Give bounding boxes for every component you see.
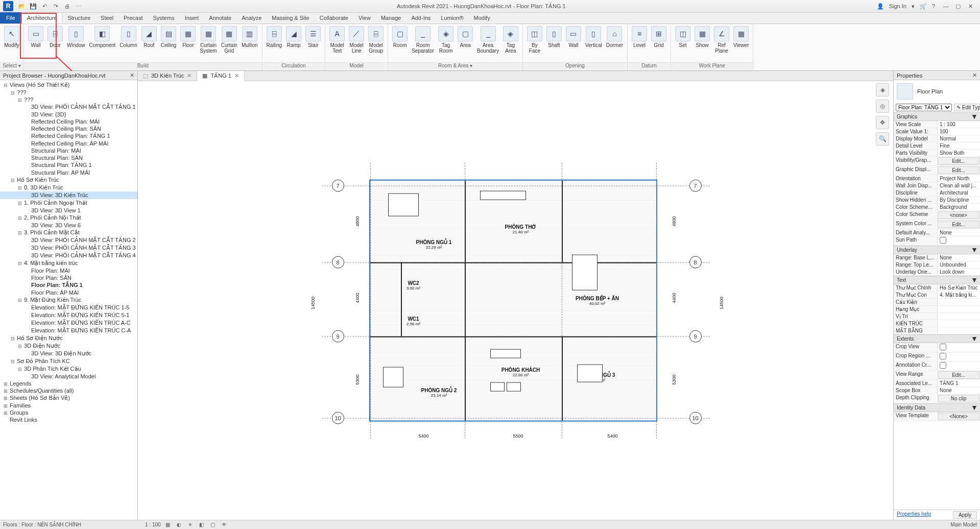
cart-icon[interactable]: 🛒 — [920, 3, 927, 10]
tree-node[interactable]: 3D View: 3D Kiến Trúc — [0, 191, 137, 199]
tree-node[interactable]: Floor Plan: TẦNG 1 — [0, 281, 137, 289]
ribbon-ref-button[interactable]: ∠Ref Plane — [712, 25, 731, 55]
shadows-icon[interactable]: ◧ — [198, 521, 206, 528]
ribbon-curtain-button[interactable]: ▦Curtain System — [198, 25, 219, 55]
property-value[interactable] — [937, 343, 980, 352]
expand-toggle-icon[interactable]: ⊟ — [10, 336, 15, 341]
ribbon-set-button[interactable]: ◫Set — [673, 25, 692, 49]
property-section-header[interactable]: Identity Data⯆ — [894, 403, 980, 412]
tree-node[interactable]: ⊟ 0. 3D Kiến Trúc — [0, 184, 137, 191]
ribbon-tab-manage[interactable]: Manage — [376, 12, 407, 23]
property-value[interactable]: Background — [937, 204, 980, 210]
ribbon-railing-button[interactable]: ⌸Railing — [265, 25, 284, 49]
property-value[interactable]: Edit... — [938, 371, 979, 379]
expand-toggle-icon[interactable]: ⊟ — [17, 298, 22, 303]
hide-icon[interactable]: 👁 — [220, 521, 228, 528]
qat-redo-icon[interactable]: ↷ — [51, 2, 60, 11]
expand-toggle-icon[interactable]: ⊟ — [17, 215, 22, 221]
tree-node[interactable]: ⊟ ??? — [0, 96, 137, 103]
ribbon-roof-button[interactable]: ◢Roof — [139, 25, 159, 49]
properties-help-link[interactable]: Properties help — [897, 511, 931, 519]
property-value[interactable] — [937, 313, 980, 320]
ribbon-tab-precast[interactable]: Precast — [118, 12, 148, 23]
crop-icon[interactable]: ▢ — [209, 521, 217, 528]
tree-node[interactable]: ⊟ 1. Phối Cảnh Ngoại Thất — [0, 199, 137, 207]
close-button[interactable]: ✕ — [965, 2, 976, 11]
tree-node[interactable]: 3D View: 3D View 1 — [0, 207, 137, 214]
pan-icon[interactable]: ✥ — [876, 116, 889, 129]
search-icon[interactable]: 👤 — [877, 3, 884, 10]
ribbon-tab-systems[interactable]: Systems — [148, 12, 179, 23]
qat-btn[interactable]: ⋯ — [74, 2, 83, 11]
property-value[interactable]: Architectural — [937, 189, 980, 196]
ribbon-ramp-button[interactable]: ◢Ramp — [284, 25, 303, 49]
edit-type-button[interactable]: ✎ Edit Type — [954, 104, 980, 111]
ribbon-grid-button[interactable]: ⊞Grid — [649, 25, 668, 49]
tree-node[interactable]: 3D View: PHỐI CẢNH MẶT CẮT TẦNG 2 — [0, 236, 137, 244]
property-value[interactable]: <None> — [938, 413, 979, 420]
property-value[interactable] — [937, 362, 980, 370]
tree-node[interactable]: ⊟ Sơ Đồ Phân Tích KC — [0, 357, 137, 365]
property-value[interactable] — [937, 320, 980, 327]
apply-button[interactable]: Apply — [953, 511, 977, 519]
close-icon[interactable]: ✕ — [972, 72, 977, 79]
expand-toggle-icon[interactable]: ⊞ — [3, 403, 8, 408]
expand-toggle-icon[interactable]: ⊞ — [3, 389, 8, 394]
ribbon-tab-lumion[interactable]: Lumion® — [436, 12, 468, 23]
detail-level-icon[interactable]: ▦ — [164, 521, 172, 528]
expand-toggle-icon[interactable]: ⊟ — [10, 359, 15, 364]
property-value[interactable]: Edit... — [938, 221, 979, 228]
property-value[interactable]: Look down — [937, 269, 980, 275]
property-value[interactable] — [937, 352, 980, 361]
ribbon-modify-button[interactable]: ↖Modify — [2, 25, 21, 49]
property-value[interactable] — [937, 327, 980, 334]
ribbon-tab-steel[interactable]: Steel — [95, 12, 118, 23]
ribbon-model-button[interactable]: ／Model Line — [347, 25, 366, 55]
close-icon[interactable]: ✕ — [130, 72, 134, 79]
ribbon-component-button[interactable]: ◧Component — [87, 25, 118, 49]
expand-toggle-icon[interactable]: ⊟ — [17, 185, 22, 190]
qat-print-icon[interactable]: 🖨 — [62, 2, 71, 11]
view-scale[interactable]: 1 : 100 — [145, 522, 161, 527]
tree-node[interactable]: ⊟ ??? — [0, 89, 137, 96]
property-checkbox[interactable] — [940, 237, 946, 244]
property-value[interactable]: Hồ Sơ Kiến Trúc — [937, 284, 980, 291]
tree-node[interactable]: ⊞ Schedules/Quantities (all) — [0, 387, 137, 394]
property-value[interactable] — [937, 236, 980, 245]
expand-toggle-icon[interactable]: ⊟ — [17, 201, 22, 206]
tree-node[interactable]: Floor Plan: SÂN — [0, 274, 137, 281]
expand-toggle-icon[interactable]: ⊞ — [3, 381, 8, 387]
property-value[interactable]: 1 : 100 — [937, 121, 980, 128]
ribbon-room-button[interactable]: ▢Room — [390, 25, 410, 49]
expand-toggle-icon[interactable]: ⊞ — [3, 396, 8, 401]
tree-node[interactable]: Elevation: MẶT ĐỨNG KIẾN TRÚC 5-1 — [0, 311, 137, 319]
steering-wheel-icon[interactable]: ◎ — [876, 100, 889, 113]
ribbon-tab-structure[interactable]: Structure — [62, 12, 95, 23]
property-value[interactable]: Project North — [937, 175, 980, 182]
tree-node[interactable]: Elevation: MẶT ĐỨNG KIẾN TRÚC 1-5 — [0, 304, 137, 311]
tree-node[interactable]: ⊟ 4. Mặt bằng kiến trúc — [0, 259, 137, 267]
ribbon-shaft-button[interactable]: ▯Shaft — [544, 25, 564, 49]
close-icon[interactable]: ✕ — [187, 73, 192, 79]
tree-node[interactable]: Reflected Ceiling Plan: MÁI — [0, 118, 137, 125]
properties-list[interactable]: Graphics⯆View Scale1 : 100Scale Value 1:… — [894, 112, 980, 510]
tree-node[interactable]: ⊞ Legends — [0, 380, 137, 387]
expand-toggle-icon[interactable]: ⊟ — [3, 83, 8, 88]
tree-node[interactable]: ⊟ 3. Phối Cảnh Mặt Cắt — [0, 229, 137, 236]
tree-node[interactable]: Structural Plan: MÁI — [0, 147, 137, 154]
tree-node[interactable]: Revit Links — [0, 416, 137, 423]
sign-in-link[interactable]: Sign In — [889, 3, 906, 9]
ribbon-curtain-button[interactable]: ▦Curtain Grid — [219, 25, 240, 55]
ribbon-tag-button[interactable]: ◈Tag Area — [501, 25, 520, 55]
tree-node[interactable]: ⊟ 2. Phối Cảnh Nội Thất — [0, 214, 137, 222]
project-browser-tree[interactable]: ⊟ Views (Hồ Sơ Thiết Kế)⊟ ???⊟ ??? 3D Vi… — [0, 80, 137, 520]
tree-node[interactable]: Floor Plan: MÁI — [0, 267, 137, 274]
tree-node[interactable]: Structural Plan: TẦNG 1 — [0, 161, 137, 169]
ribbon-door-button[interactable]: ⌸Door — [45, 25, 65, 49]
ribbon-area-button[interactable]: ⎯Area Boundary — [475, 25, 501, 55]
property-checkbox[interactable] — [940, 362, 946, 369]
app-switch-icon[interactable]: ▾ — [912, 3, 915, 10]
instance-selector[interactable]: Floor Plan: TẦNG 1 — [896, 104, 952, 111]
expand-toggle-icon[interactable]: ⊟ — [17, 261, 22, 266]
ribbon-by-button[interactable]: ◫By Face — [525, 25, 544, 55]
